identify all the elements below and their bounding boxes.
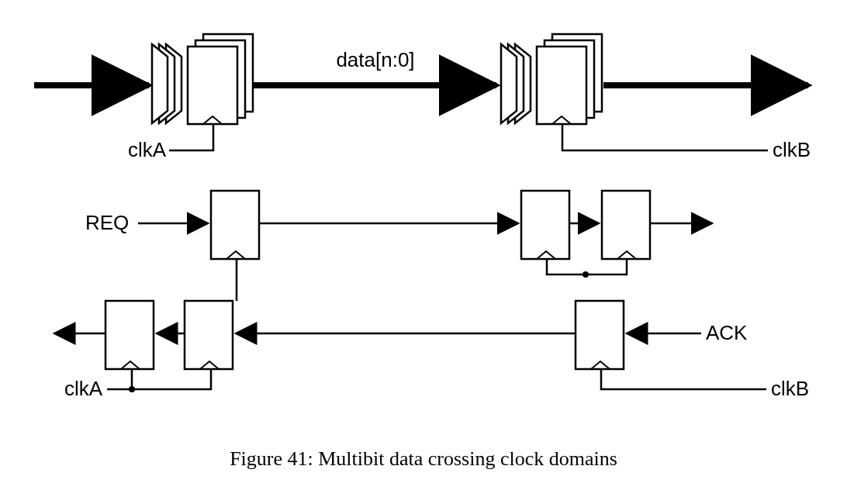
ff-ack-sync1 bbox=[185, 301, 233, 369]
ack-path: ACK bbox=[54, 301, 748, 369]
clkA-top-label: clkA bbox=[128, 138, 167, 161]
ff-ack-src bbox=[576, 301, 624, 369]
svg-rect-5 bbox=[188, 47, 237, 124]
mux-stack-right bbox=[501, 44, 531, 123]
top-data-path: clkA data[n:0] clkB bbox=[34, 34, 811, 161]
clkB-bot-label: clkB bbox=[771, 377, 809, 400]
ff-req-src bbox=[211, 191, 259, 259]
svg-marker-8 bbox=[501, 44, 517, 123]
clkB-top-label: clkB bbox=[773, 138, 811, 161]
reg-stack-right bbox=[537, 34, 602, 124]
mux-stack-left bbox=[152, 44, 182, 123]
clkB-top-wire bbox=[562, 124, 768, 150]
dest-register-stack bbox=[501, 34, 768, 150]
clkA-top-wire bbox=[169, 124, 213, 150]
figure-caption: Figure 41: Multibit data crossing clock … bbox=[230, 447, 617, 470]
svg-marker-2 bbox=[152, 44, 168, 123]
ff-req-sync2 bbox=[602, 191, 650, 259]
svg-point-14 bbox=[129, 386, 135, 392]
data-bus-label: data[n:0] bbox=[336, 48, 414, 71]
reg-stack-left bbox=[188, 34, 253, 124]
ff-ack-sync2 bbox=[105, 301, 154, 369]
req-path: REQ bbox=[85, 191, 712, 259]
bottom-clock-wires: clkA clkB bbox=[64, 259, 809, 400]
source-register-stack bbox=[152, 34, 253, 150]
diagram-multibit-cdc: clkA data[n:0] clkB REQ bbox=[0, 0, 847, 504]
clkA-bot-label: clkA bbox=[64, 377, 103, 400]
svg-rect-11 bbox=[537, 47, 586, 124]
svg-point-15 bbox=[583, 271, 589, 278]
req-label: REQ bbox=[85, 211, 129, 234]
ff-req-sync1 bbox=[521, 191, 569, 259]
ack-label: ACK bbox=[706, 321, 748, 344]
